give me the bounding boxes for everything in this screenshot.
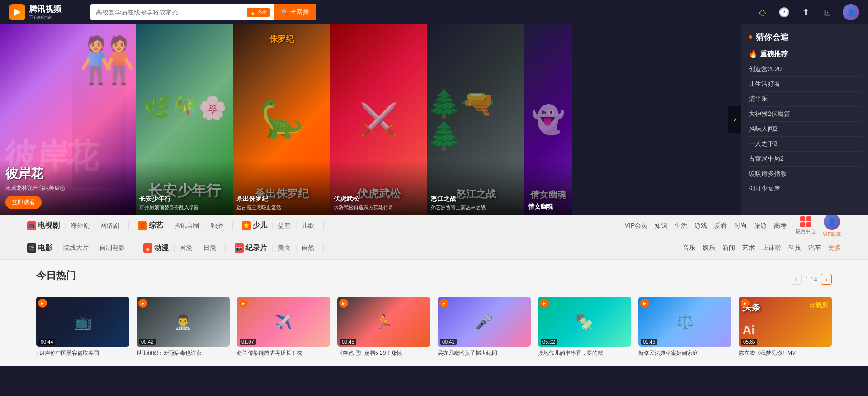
nav-life[interactable]: 生活	[675, 222, 687, 230]
nav-travel[interactable]: 旅游	[754, 222, 767, 230]
banner-item-2[interactable]: 🌿🎋🌸 长安少年行 长安少年行 市井厨娘顶替身份乱入学圈	[136, 24, 233, 215]
nav-educational[interactable]: 益智	[278, 222, 291, 230]
nav-art[interactable]: 艺术	[742, 244, 755, 252]
video-card-0[interactable]: 📺 ▶ 00:44 FBI声称中国黑客盗取美国	[36, 297, 129, 357]
section-header: 今日热门 ‹ 1 / 4 ›	[36, 269, 832, 290]
sidebar-item-2[interactable]: 清平乐	[749, 92, 861, 107]
nav-tech[interactable]: 科技	[788, 244, 801, 252]
banner-info-3: 杀出侏罗纪 远古霸王龙嗜血复活	[236, 195, 326, 211]
sidebar-item-7[interactable]: 暖暖请多指教	[749, 167, 861, 181]
nav-gaokao[interactable]: 高考	[774, 222, 787, 230]
logo-subtitle: 不负好时光	[29, 14, 61, 21]
banner-next-button[interactable]: ›	[728, 106, 741, 133]
sidebar-item-3[interactable]: 大神猴2伏魔篇	[749, 107, 861, 122]
nav-bar-row1: 📺 电视剧 | 海外剧 | 网络剧 🎵 综艺 | 腾讯自制 | 独播 ⭐ 少儿 …	[0, 215, 868, 237]
nav-kids-main[interactable]: ⭐ 少儿	[242, 221, 267, 230]
app-center-label: 应用中心	[796, 228, 816, 235]
video-card-7[interactable]: 头条 @晓剪 Ai ▶ 05:8x 陈立农《我梦见你》MV	[739, 297, 832, 357]
banner-item-6[interactable]: 👻 倩女幽魂 倩女幽魂	[524, 24, 572, 215]
screen-icon[interactable]: ⊡	[821, 6, 834, 19]
play-button-1[interactable]: 立即观看	[5, 196, 42, 209]
share-icon[interactable]: ⬆	[799, 6, 812, 19]
user-avatar[interactable]: 👤	[843, 4, 859, 20]
hot-section: 今日热门 ‹ 1 / 4 › 📺 ▶ 00:44 FBI声称中国黑客盗取美国 👨…	[0, 260, 868, 366]
logo-icon	[9, 4, 25, 20]
nav-knowledge[interactable]: 知识	[655, 222, 667, 230]
banner-item-1[interactable]: 彼岸花 🧑‍🤝‍🧑 彼岸花 宋威龙林允开启纯美虐恋 立即观看	[0, 24, 136, 215]
nav-vip-member[interactable]: VIP会员	[625, 222, 648, 230]
banner-item-3[interactable]: 🦕 杀出侏罗纪 侏罗纪 杀出侏罗纪 远古霸王龙嗜血复活	[233, 24, 330, 215]
divider-7: |	[57, 244, 59, 252]
nav-tv-label: 电视剧	[38, 221, 60, 230]
nav-bar-row2: 🎬 电影 | 院线大片 | 自制电影 🔥 动漫 | 国漫 | 日漫 📷 纪录片 …	[0, 237, 868, 260]
video-card-1[interactable]: 👨‍⚕️ ▶ 00:42 世卫组织：新冠病毒也许永	[137, 297, 230, 357]
video-card-2[interactable]: ✈️ ▶ 01:07 舒兰传染链跨省再延长！沈	[237, 297, 330, 357]
nav-original-movies[interactable]: 自制电影	[99, 244, 125, 252]
nav-variety-main[interactable]: 🎵 综艺	[138, 221, 163, 230]
nav-exclusive[interactable]: 独播	[211, 222, 223, 230]
nav-childrens-songs[interactable]: 儿歌	[302, 222, 314, 230]
sidebar-item-1[interactable]: 让生活好看	[749, 77, 861, 92]
nav-group-documentary: 📷 纪录片 | 美食 | 自然	[235, 243, 324, 253]
nav-fashion[interactable]: 时尚	[734, 222, 747, 230]
nav-love-watch[interactable]: 爱看	[714, 222, 727, 230]
vip-diamond-icon[interactable]: ◇	[756, 6, 769, 19]
search-input[interactable]	[90, 9, 247, 16]
video-duration-4: 00:41	[440, 339, 457, 345]
video-card-5[interactable]: 🍢 ▶ 05:02 接地气儿的串串香，要的就	[538, 297, 631, 357]
sidebar-item-5[interactable]: 一人之下3	[749, 137, 861, 152]
sidebar-title-text: 猜你会追	[756, 32, 788, 43]
clock-icon[interactable]: 🕐	[778, 6, 790, 19]
nav-tv-main[interactable]: 📺 电视剧	[27, 221, 60, 230]
nav-anime-main[interactable]: 🔥 动漫	[143, 243, 169, 253]
movie-icon: 🎬	[27, 243, 36, 253]
nav-vip-cinema[interactable]: 👤 VIP影院	[823, 214, 841, 238]
video-grid: 📺 ▶ 00:44 FBI声称中国黑客盗取美国 👨‍⚕️ ▶ 00:42 世卫组…	[36, 297, 832, 357]
nav-news[interactable]: 新闻	[722, 244, 735, 252]
nav-web-drama[interactable]: 网络剧	[100, 222, 119, 230]
nav-doc-label: 纪录片	[245, 243, 267, 253]
section-title: 今日热门	[36, 269, 76, 282]
video-thumb-2: ✈️ ▶ 01:07	[237, 297, 330, 347]
nav-music[interactable]: 音乐	[683, 244, 695, 252]
nav-more[interactable]: 更多	[828, 244, 841, 252]
nav-right-row2: 音乐 娱乐 新闻 艺术 上课啦 科技 汽车 更多	[683, 244, 841, 252]
video-title-0: FBI声称中国黑客盗取美国	[36, 349, 129, 357]
sidebar-item-8[interactable]: 创可少女屋	[749, 181, 861, 196]
sidebar-item-0[interactable]: 创造营2020	[749, 62, 861, 77]
nav-food[interactable]: 美食	[278, 244, 291, 252]
search-button[interactable]: 🔍 全网搜	[274, 4, 316, 20]
sidebar-item-6[interactable]: 古董局中局2	[749, 152, 861, 167]
logo-text-area: 腾讯视频 不负好时光	[29, 4, 61, 21]
sidebar-section-recommended: 🔥 重磅推荐 创造营2020 让生活好看 清平乐 大神猴2伏魔篇 风味人间2 一…	[749, 50, 861, 196]
nav-entertainment[interactable]: 娱乐	[703, 244, 715, 252]
next-page-button[interactable]: ›	[821, 274, 832, 285]
banner-item-4[interactable]: ⚔️ 伏虎武松 伏虎武松 水浒武松再造东方英雄传奇	[330, 24, 427, 215]
nav-app-center[interactable]: 应用中心	[796, 216, 816, 235]
video-card-6[interactable]: ⚖️ ▶ 01:43 新修民法典草案婚姻家庭	[638, 297, 731, 357]
nav-cinema[interactable]: 院线大片	[63, 244, 89, 252]
sidebar-fire-icon: 🔥	[749, 50, 758, 58]
video-card-4[interactable]: 🎤 ▶ 00:41 吴亦凡魔晗黄子韬世纪同	[438, 297, 531, 357]
nav-cn-anime[interactable]: 国漫	[179, 244, 192, 252]
svg-marker-0	[14, 9, 21, 16]
video-card-3[interactable]: 🏃 ▶ 00:45 《奔跑吧》定档5.29！郑恺	[337, 297, 430, 357]
nav-doc-main[interactable]: 📷 纪录片	[235, 243, 267, 253]
nav-nature[interactable]: 自然	[302, 244, 314, 252]
nav-overseas-drama[interactable]: 海外剧	[71, 222, 90, 230]
banner-item-5[interactable]: 🌲🔫🌲 怒江之战 怒江之战 孙艺洲贾青上演丛林之战	[427, 24, 524, 215]
sidebar-item-4[interactable]: 风味人间2	[749, 122, 861, 137]
video-duration-5: 05:02	[541, 339, 557, 345]
nav-class[interactable]: 上课啦	[762, 244, 781, 252]
logo-area[interactable]: 腾讯视频 不负好时光	[9, 4, 81, 21]
nav-movies-main[interactable]: 🎬 电影	[27, 243, 52, 253]
video-thumb-7: 头条 @晓剪 Ai ▶ 05:8x	[739, 297, 832, 347]
nav-tencent-original[interactable]: 腾讯自制	[174, 222, 199, 230]
video-play-icon-0: ▶	[38, 299, 47, 308]
nav-jp-anime[interactable]: 日漫	[203, 244, 216, 252]
prev-page-button[interactable]: ‹	[791, 274, 802, 285]
video-play-icon-6: ▶	[640, 299, 649, 308]
nav-group-kids: ⭐ 少儿 | 益智 | 儿歌	[242, 221, 324, 230]
nav-games[interactable]: 游戏	[694, 222, 707, 230]
nav-car[interactable]: 汽车	[808, 244, 821, 252]
